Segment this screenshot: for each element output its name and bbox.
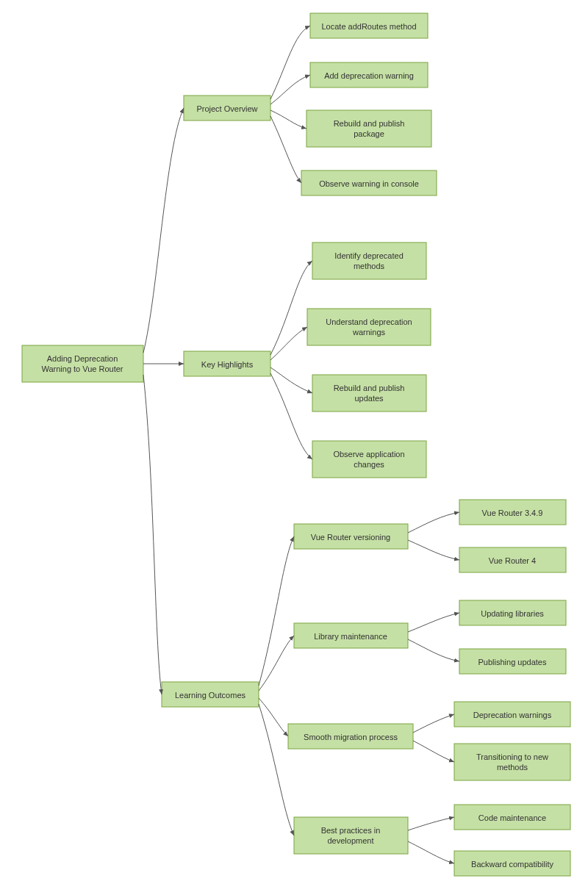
edge xyxy=(270,367,312,393)
svg-text:Rebuild and publish: Rebuild and publish xyxy=(334,119,405,128)
branch-overview: Project Overview xyxy=(184,96,270,121)
outcomes-1-child-0: Updating libraries xyxy=(459,600,566,625)
outcomes-3-child-0: Code maintenance xyxy=(454,805,570,830)
edge xyxy=(413,741,454,762)
overview-child-1: Add deprecation warning xyxy=(310,62,428,87)
outcomes-2-child-0: Deprecation warnings xyxy=(454,702,570,727)
svg-text:Vue Router versioning: Vue Router versioning xyxy=(311,533,390,542)
highlights-child-2: Rebuild and publish updates xyxy=(312,375,426,412)
edge xyxy=(408,841,454,863)
edge xyxy=(259,698,288,736)
svg-text:development: development xyxy=(328,836,374,845)
outcomes-child-3: Best practices in development xyxy=(294,817,408,854)
edge xyxy=(143,108,184,353)
edge xyxy=(270,110,306,129)
branch-label: Learning Outcomes xyxy=(175,691,245,700)
svg-text:Updating libraries: Updating libraries xyxy=(481,609,544,618)
svg-text:Observe application: Observe application xyxy=(333,450,404,459)
edge xyxy=(270,261,312,355)
svg-text:Add deprecation warning: Add deprecation warning xyxy=(324,71,414,80)
outcomes-0-child-0: Vue Router 3.4.9 xyxy=(459,500,566,525)
outcomes-3-child-1: Backward compatibility xyxy=(454,851,570,876)
branch-label: Project Overview xyxy=(196,104,257,113)
svg-text:Deprecation warnings: Deprecation warnings xyxy=(473,711,552,719)
svg-text:warnings: warnings xyxy=(352,328,386,337)
overview-child-3: Observe warning in console xyxy=(301,170,437,195)
svg-text:Observe warning in console: Observe warning in console xyxy=(319,179,419,188)
svg-text:Identify deprecated: Identify deprecated xyxy=(334,251,404,260)
branch-outcomes: Learning Outcomes xyxy=(162,682,259,707)
edge xyxy=(408,540,459,560)
highlights-child-3: Observe application changes xyxy=(312,441,426,478)
svg-text:Rebuild and publish: Rebuild and publish xyxy=(334,384,405,392)
outcomes-1-child-1: Publishing updates xyxy=(459,649,566,674)
outcomes-2-child-1: Transitioning to new methods xyxy=(454,744,570,780)
svg-text:Transitioning to new: Transitioning to new xyxy=(476,752,548,761)
branch-highlights: Key Highlights xyxy=(184,351,270,376)
root-label-line1: Adding Deprecation xyxy=(47,354,118,363)
outcomes-child-0: Vue Router versioning xyxy=(294,524,408,549)
highlights-child-0: Identify deprecated methods xyxy=(312,242,426,279)
edge xyxy=(270,75,310,104)
overview-child-0: Locate addRoutes method xyxy=(310,13,428,38)
edge xyxy=(270,373,312,459)
svg-text:package: package xyxy=(354,129,384,138)
edge xyxy=(408,512,459,533)
edge xyxy=(408,639,459,661)
svg-text:methods: methods xyxy=(354,262,385,270)
edge xyxy=(413,714,454,733)
outcomes-0-child-1: Vue Router 4 xyxy=(459,547,566,572)
svg-text:Publishing updates: Publishing updates xyxy=(478,658,547,666)
svg-text:Backward compatibility: Backward compatibility xyxy=(471,860,553,869)
svg-text:Understand deprecation: Understand deprecation xyxy=(326,317,412,326)
edge xyxy=(408,817,454,830)
svg-text:updates: updates xyxy=(354,394,384,403)
overview-child-2: Rebuild and publish package xyxy=(306,110,431,147)
highlights-child-1: Understand deprecation warnings xyxy=(307,309,431,345)
edge xyxy=(270,26,310,99)
svg-text:Vue Router 3.4.9: Vue Router 3.4.9 xyxy=(482,509,543,517)
root-label-line2: Warning to Vue Router xyxy=(41,364,123,373)
edge xyxy=(259,636,294,691)
edge xyxy=(143,375,162,694)
svg-text:Library maintenance: Library maintenance xyxy=(314,632,387,641)
svg-text:Code maintenance: Code maintenance xyxy=(478,813,546,822)
outcomes-child-1: Library maintenance xyxy=(294,623,408,648)
edge xyxy=(270,116,301,183)
outcomes-child-2: Smooth migration process xyxy=(288,724,413,749)
edge xyxy=(408,613,459,632)
svg-text:Smooth migration process: Smooth migration process xyxy=(304,733,398,741)
svg-text:methods: methods xyxy=(497,763,528,772)
svg-text:Vue Router 4: Vue Router 4 xyxy=(489,556,536,565)
root-node: Adding Deprecation Warning to Vue Router xyxy=(22,345,143,382)
svg-text:changes: changes xyxy=(354,460,384,469)
svg-text:Best practices in: Best practices in xyxy=(321,826,381,835)
svg-text:Locate addRoutes method: Locate addRoutes method xyxy=(321,22,416,31)
branch-label: Key Highlights xyxy=(201,360,254,369)
